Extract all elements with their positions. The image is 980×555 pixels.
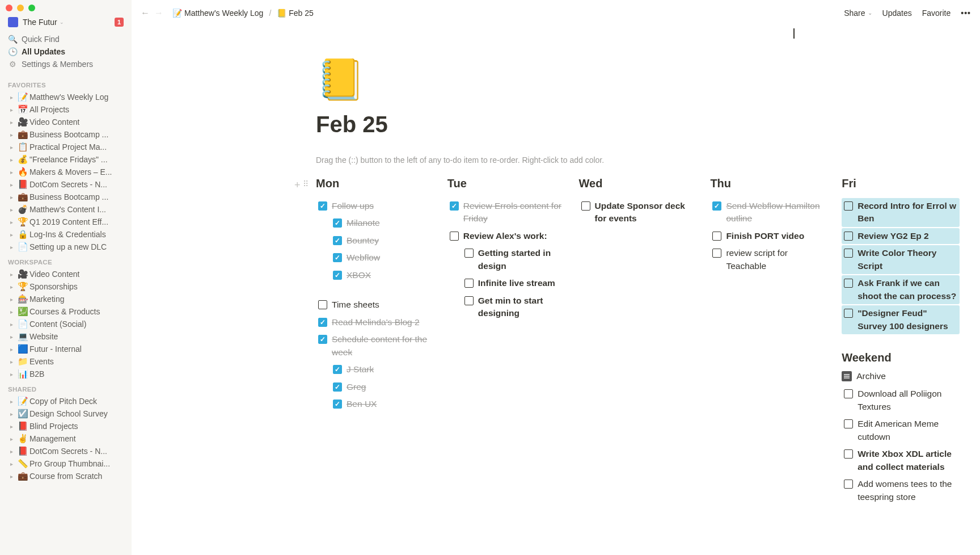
todo-item[interactable]: Time sheets	[316, 297, 434, 313]
todo-checkbox[interactable]	[464, 279, 474, 288]
todo-text[interactable]: Download all Poliigon Textures	[858, 388, 957, 413]
todo-text[interactable]: Review Errols content for Friday	[463, 200, 563, 225]
todo-checkbox[interactable]	[464, 296, 474, 305]
todo-item[interactable]: Webflow	[331, 250, 434, 266]
todo-text[interactable]: Update Sponsor deck for events	[595, 200, 695, 225]
todo-text[interactable]: "Designer Feud" Survey 100 designers	[858, 307, 957, 333]
todo-text[interactable]: Review YG2 Ep 2	[858, 230, 929, 242]
caret-icon[interactable]: ▸	[7, 309, 16, 315]
todo-text[interactable]: Webflow	[347, 251, 380, 264]
todo-checkbox[interactable]	[333, 382, 342, 392]
todo-item[interactable]: Ben UX	[331, 396, 434, 412]
page-icon[interactable]: 📒	[316, 60, 960, 99]
window-traffic-lights[interactable]	[6, 5, 35, 11]
breadcrumb-parent[interactable]: 📝 Matthew's Weekly Log	[170, 7, 265, 19]
caret-icon[interactable]: ▸	[7, 132, 16, 138]
todo-text[interactable]: Get min to start designing	[478, 295, 563, 320]
todo-text[interactable]: Finish PORT video	[726, 230, 804, 242]
caret-icon[interactable]: ▸	[7, 398, 16, 405]
sidebar-item-ws-1[interactable]: ▸🏆Sponsorships	[3, 280, 128, 293]
todo-item[interactable]: Get min to start designing	[462, 293, 565, 322]
todo-text[interactable]: Edit American Meme cutdown	[858, 418, 957, 443]
caret-icon[interactable]: ▸	[7, 411, 16, 417]
todo-checkbox[interactable]	[844, 232, 853, 241]
caret-icon[interactable]: ▸	[7, 284, 16, 290]
share-button[interactable]: Share ⌄	[844, 9, 872, 18]
todo-text[interactable]: Time sheets	[332, 298, 379, 311]
caret-icon[interactable]: ▸	[7, 219, 16, 225]
todo-text[interactable]: Infinite live stream	[478, 277, 555, 289]
sidebar-item-ws-4[interactable]: ▸📄Content (Social)	[3, 318, 128, 330]
sidebar-item-fav-4[interactable]: ▸📋Practical Project Ma...	[3, 141, 128, 153]
all-updates-button[interactable]: 🕒 All Updates	[6, 45, 126, 58]
todo-text[interactable]: review script for Teachable	[726, 247, 826, 272]
caret-icon[interactable]: ▸	[7, 271, 16, 278]
todo-text[interactable]: Review Alex's work:	[463, 230, 547, 242]
todo-checkbox[interactable]	[844, 389, 853, 398]
sidebar-item-fav-8[interactable]: ▸💼Business Bootcamp ...	[3, 191, 128, 203]
todo-checkbox[interactable]	[581, 201, 590, 211]
caret-icon[interactable]: ▸	[7, 157, 16, 163]
todo-checkbox[interactable]	[333, 236, 342, 245]
todo-text[interactable]: Follow ups	[332, 200, 374, 212]
todo-item[interactable]: Review Errols content for Friday	[447, 198, 565, 227]
todo-item[interactable]: Ask Frank if we can shoot the can proces…	[842, 275, 960, 304]
caret-icon[interactable]: ▸	[7, 359, 16, 365]
todo-text[interactable]: Ask Frank if we can shoot the can proces…	[858, 277, 957, 302]
caret-icon[interactable]: ▸	[7, 107, 16, 113]
todo-item[interactable]: Bountey	[331, 233, 434, 249]
caret-icon[interactable]: ▸	[7, 346, 16, 352]
todo-checkbox[interactable]	[844, 201, 853, 211]
sidebar-item-fav-7[interactable]: ▸📕DotCom Secrets - N...	[3, 178, 128, 191]
todo-text[interactable]: Write Xbox XDL article and collect mater…	[858, 448, 957, 473]
caret-icon[interactable]: ▸	[7, 119, 16, 125]
todo-item[interactable]: Edit American Meme cutdown	[842, 416, 960, 445]
todo-item[interactable]: Download all Poliigon Textures	[842, 386, 960, 415]
sidebar-item-fav-0[interactable]: ▸📝Matthew's Weekly Log	[3, 91, 128, 103]
todo-item[interactable]: review script for Teachable	[710, 245, 828, 274]
sidebar-item-shared-1[interactable]: ▸☑️Design School Survey	[3, 407, 128, 420]
todo-checkbox[interactable]	[333, 365, 342, 374]
todo-checkbox[interactable]	[333, 271, 342, 280]
caret-icon[interactable]: ▸	[7, 207, 16, 213]
drag-handle-icon[interactable]: ⠿	[303, 179, 309, 191]
sidebar-item-fav-9[interactable]: ▸💣Matthew's Content I...	[3, 203, 128, 216]
sidebar-item-fav-6[interactable]: ▸🔥Makers & Movers – E...	[3, 166, 128, 178]
todo-checkbox[interactable]	[333, 253, 342, 262]
todo-text[interactable]: Greg	[347, 381, 366, 393]
todo-text[interactable]: Schedule content for the week	[332, 333, 432, 359]
todo-checkbox[interactable]	[333, 400, 342, 409]
todo-item[interactable]: Read Melinda's Blog 2	[316, 314, 434, 330]
caret-icon[interactable]: ▸	[7, 436, 16, 442]
todo-item[interactable]: Add womens tees to the teespring store	[842, 476, 960, 505]
todo-text[interactable]: Record Intro for Errol w Ben	[858, 200, 957, 225]
todo-item[interactable]: Write Color Theory Script	[842, 245, 960, 274]
todo-text[interactable]: Write Color Theory Script	[858, 247, 957, 272]
nav-forward-button[interactable]: →	[154, 8, 163, 18]
caret-icon[interactable]: ▸	[7, 169, 16, 175]
todo-text[interactable]: Ben UX	[347, 398, 377, 410]
todo-checkbox[interactable]	[450, 232, 459, 241]
sidebar-item-ws-6[interactable]: ▸🟦Futur - Internal	[3, 343, 128, 355]
sidebar-item-fav-11[interactable]: ▸🔒Log-Ins & Credentials	[3, 228, 128, 241]
sidebar-item-shared-5[interactable]: ▸📏Pro Group Thumbnai...	[3, 457, 128, 470]
todo-checkbox[interactable]	[844, 249, 853, 258]
sidebar-item-fav-1[interactable]: ▸📅All Projects	[3, 103, 128, 116]
todo-item[interactable]: Write Xbox XDL article and collect mater…	[842, 446, 960, 475]
todo-checkbox[interactable]	[333, 218, 342, 228]
breadcrumb-current[interactable]: 📒 Feb 25	[274, 7, 316, 19]
sidebar-item-ws-3[interactable]: ▸💹Courses & Products	[3, 305, 128, 318]
todo-text[interactable]: Send Webflow Hamilton outline	[726, 200, 826, 225]
todo-checkbox[interactable]	[318, 318, 327, 327]
sidebar-item-shared-2[interactable]: ▸📕Blind Projects	[3, 420, 128, 432]
todo-checkbox[interactable]	[844, 480, 853, 489]
todo-item[interactable]: Follow ups	[316, 198, 434, 214]
todo-item[interactable]: Record Intro for Errol w Ben	[842, 198, 960, 227]
todo-text[interactable]: Bountey	[347, 234, 379, 247]
todo-text[interactable]: Getting started in design	[478, 247, 563, 272]
todo-checkbox[interactable]	[844, 419, 853, 428]
todo-text[interactable]: Read Melinda's Blog 2	[332, 316, 420, 329]
todo-item[interactable]: J Stark	[331, 361, 434, 377]
todo-checkbox[interactable]	[450, 201, 459, 211]
todo-item[interactable]: Infinite live stream	[462, 275, 565, 291]
